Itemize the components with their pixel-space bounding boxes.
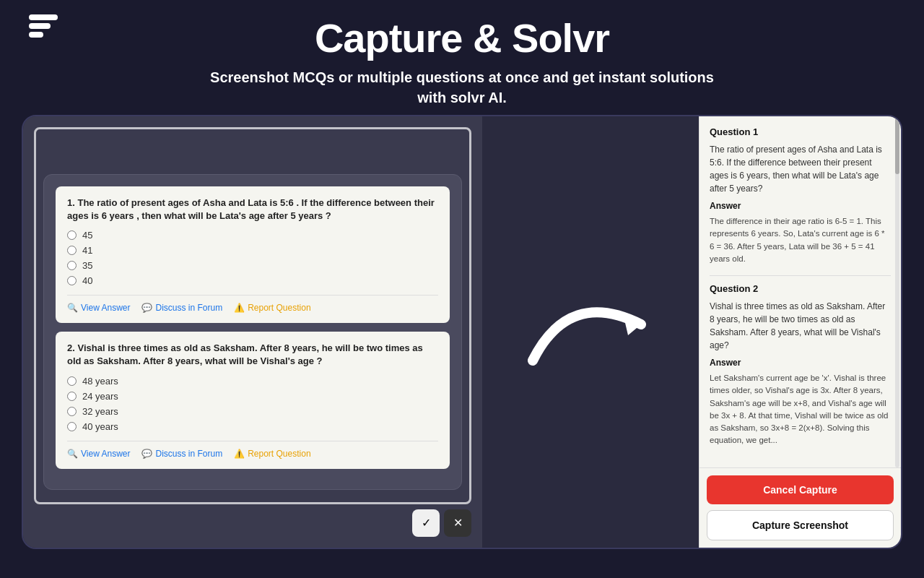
arrow-area <box>482 116 699 548</box>
answer-1-answer-body: The difference in their age ratio is 6-5… <box>710 215 891 265</box>
q1-number: 1. <box>67 197 75 208</box>
q1-radio-1[interactable] <box>67 230 77 240</box>
subtitle-line2: with solvr AI. <box>417 90 507 105</box>
q1-radio-4[interactable] <box>67 276 77 285</box>
confirm-check-button[interactable]: ✓ <box>412 509 440 537</box>
view-icon: 🔍 <box>67 303 78 313</box>
discuss-icon-2: 💬 <box>141 449 152 459</box>
answer-1-answer-label: Answer <box>710 201 891 211</box>
q2-report[interactable]: ⚠️ Report Question <box>234 449 310 459</box>
q2-option-2[interactable]: 24 years <box>67 391 438 402</box>
scrollbar-track[interactable] <box>895 116 899 467</box>
cancel-capture-button[interactable]: Cancel Capture <box>707 475 894 504</box>
q2-radio-3[interactable] <box>67 407 77 416</box>
mcq-panel: 1. The ratio of present ages of Asha and… <box>43 174 462 490</box>
question-block-1: 1. The ratio of present ages of Asha and… <box>56 186 450 323</box>
app-logo <box>29 14 58 38</box>
capture-screenshot-button[interactable]: Capture Screenshot <box>707 510 894 540</box>
q1-view-answer[interactable]: 🔍 View Answer <box>67 303 130 313</box>
right-panel: Question 1 The ratio of present ages of … <box>699 116 901 548</box>
q2-option-3[interactable]: 32 years <box>67 406 438 417</box>
q1-option-1[interactable]: 45 <box>67 230 438 241</box>
question-block-2: 2. Vishal is three times as old as Saksh… <box>56 332 450 468</box>
q2-radio-1[interactable] <box>67 376 77 386</box>
q1-discuss[interactable]: 💬 Discuss in Forum <box>141 303 222 313</box>
logo-bar-2 <box>29 23 51 29</box>
q1-option-3[interactable]: 35 <box>67 260 438 271</box>
answer-2-label: Question 2 <box>710 283 891 294</box>
report-icon-2: ⚠️ <box>234 449 245 459</box>
q2-discuss[interactable]: 💬 Discuss in Forum <box>141 449 222 459</box>
arrow-icon <box>511 274 670 389</box>
app-title: Capture & Solvr <box>0 14 924 61</box>
panel-buttons: Cancel Capture Capture Screenshot <box>699 467 901 548</box>
answer-2-answer-label: Answer <box>710 358 891 368</box>
q1-body: The ratio of present ages of Asha and La… <box>67 197 435 221</box>
answers-scroll[interactable]: Question 1 The ratio of present ages of … <box>699 116 901 467</box>
q2-body: Vishal is three times as old as Saksham.… <box>67 342 423 366</box>
q2-number: 2. <box>67 342 75 353</box>
q1-option-4[interactable]: 40 <box>67 275 438 286</box>
scrollbar-thumb[interactable] <box>895 116 899 174</box>
q1-actions: 🔍 View Answer 💬 Discuss in Forum ⚠️ Repo… <box>67 295 438 313</box>
page-header: Capture & Solvr Screenshot MCQs or multi… <box>0 0 924 115</box>
subtitle-line1: Screenshot MCQs or multiple questions at… <box>210 69 714 85</box>
answer-2-question: Vishal is three times as old as Saksham.… <box>710 300 891 352</box>
view-icon-2: 🔍 <box>67 449 78 459</box>
app-subtitle: Screenshot MCQs or multiple questions at… <box>0 67 924 108</box>
main-area: 1. The ratio of present ages of Asha and… <box>0 115 924 549</box>
q2-radio-2[interactable] <box>67 392 77 401</box>
report-icon: ⚠️ <box>234 303 245 313</box>
q2-view-answer[interactable]: 🔍 View Answer <box>67 449 130 459</box>
capture-container: 1. The ratio of present ages of Asha and… <box>22 115 902 549</box>
confirm-buttons: ✓ ✕ <box>412 509 471 537</box>
answer-1-label: Question 1 <box>710 126 891 137</box>
q2-radio-4[interactable] <box>67 422 77 431</box>
screenshot-area[interactable]: 1. The ratio of present ages of Asha and… <box>23 116 482 548</box>
logo-bar-3 <box>29 32 43 38</box>
answer-1-question: The ratio of present ages of Asha and La… <box>710 143 891 195</box>
answer-2-answer-body: Let Saksham's current age be 'x'. Vishal… <box>710 372 891 447</box>
q1-report[interactable]: ⚠️ Report Question <box>234 303 310 313</box>
q1-radio-2[interactable] <box>67 246 77 255</box>
question-1-text: 1. The ratio of present ages of Asha and… <box>67 197 438 223</box>
q1-radio-3[interactable] <box>67 261 77 270</box>
q2-actions: 🔍 View Answer 💬 Discuss in Forum ⚠️ Repo… <box>67 441 438 459</box>
discuss-icon: 💬 <box>141 303 152 313</box>
question-2-text: 2. Vishal is three times as old as Saksh… <box>67 342 438 368</box>
logo-bar-1 <box>29 14 58 20</box>
q1-option-2[interactable]: 41 <box>67 245 438 256</box>
divider-1 <box>710 275 891 276</box>
q2-option-1[interactable]: 48 years <box>67 376 438 387</box>
confirm-cancel-button[interactable]: ✕ <box>444 509 471 537</box>
q2-option-4[interactable]: 40 years <box>67 421 438 432</box>
